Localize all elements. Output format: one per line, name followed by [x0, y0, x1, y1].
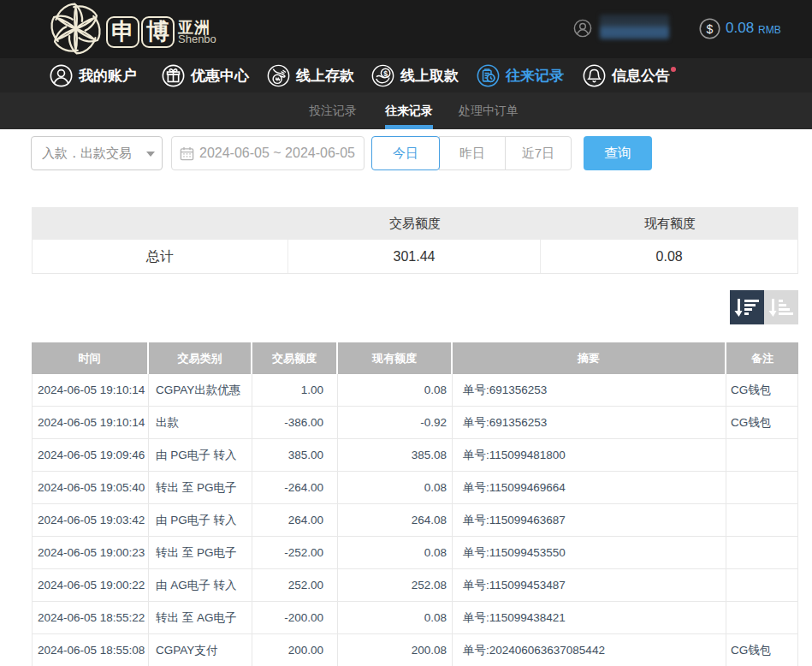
svg-text:$: $ [383, 68, 388, 77]
svg-text:$: $ [707, 22, 714, 36]
